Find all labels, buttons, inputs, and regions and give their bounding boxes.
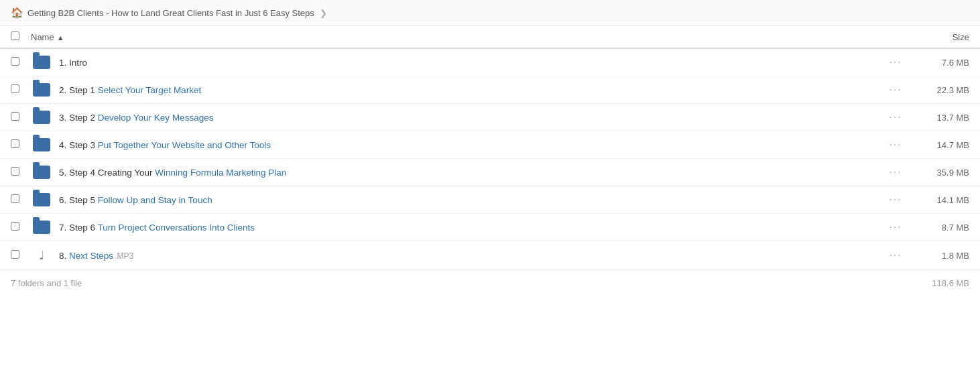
breadcrumb-bar: 🏠 Getting B2B Clients - How to Land Grea… xyxy=(0,0,980,26)
row-size: 1.8 MB xyxy=(916,251,969,261)
list-item[interactable]: 7. Step 6 Turn Project Conversations Int… xyxy=(0,214,980,241)
row-name: 1. Intro xyxy=(52,58,875,68)
row-name: 5. Step 4 Creating Your Winning Formula … xyxy=(52,168,875,178)
row-checkbox[interactable] xyxy=(11,139,31,150)
row-name: 8. Next Steps.MP3 xyxy=(52,251,875,261)
row-actions-menu[interactable]: ··· xyxy=(875,139,916,151)
list-item[interactable]: 6. Step 5 Follow Up and Stay in Touch ··… xyxy=(0,186,980,214)
row-size: 14.1 MB xyxy=(916,195,969,205)
row-actions-menu[interactable]: ··· xyxy=(875,194,916,206)
row-size: 7.6 MB xyxy=(916,58,969,68)
folder-link[interactable]: Turn Project Conversations Into Clients xyxy=(98,223,255,233)
file-link[interactable]: Next Steps xyxy=(69,251,113,261)
list-footer: 7 folders and 1 file 118.6 MB xyxy=(0,270,980,296)
folder-icon xyxy=(31,111,52,124)
total-size: 118.6 MB xyxy=(932,278,969,288)
list-item[interactable]: ♩ 8. Next Steps.MP3 ··· 1.8 MB xyxy=(0,241,980,270)
row-checkbox[interactable] xyxy=(11,167,31,178)
row-actions-menu[interactable]: ··· xyxy=(875,111,916,123)
music-file-icon: ♩ xyxy=(31,248,52,263)
list-item[interactable]: 4. Step 3 Put Together Your Website and … xyxy=(0,131,980,159)
folder-icon xyxy=(31,193,52,206)
row-name: 4. Step 3 Put Together Your Website and … xyxy=(52,140,875,150)
header-checkbox[interactable] xyxy=(11,32,31,42)
row-checkbox[interactable] xyxy=(11,57,31,68)
folder-link[interactable]: Put Together Your Website and Other Tool… xyxy=(98,140,271,150)
file-extension: .MP3 xyxy=(115,251,133,261)
row-size: 14.7 MB xyxy=(916,140,969,150)
size-column-header: Size xyxy=(902,32,969,42)
row-checkbox[interactable] xyxy=(11,194,31,205)
folder-icon xyxy=(31,166,52,179)
row-checkbox[interactable] xyxy=(11,222,31,233)
row-name: 2. Step 1 Select Your Target Market xyxy=(52,85,875,95)
list-item[interactable]: 2. Step 1 Select Your Target Market ··· … xyxy=(0,76,980,104)
row-actions-menu[interactable]: ··· xyxy=(875,249,916,261)
folder-link[interactable]: Follow Up and Stay in Touch xyxy=(98,195,212,205)
list-item[interactable]: 5. Step 4 Creating Your Winning Formula … xyxy=(0,159,980,186)
row-size: 35.9 MB xyxy=(916,168,969,178)
row-actions-menu[interactable]: ··· xyxy=(875,84,916,96)
sort-arrow-icon: ▲ xyxy=(57,34,64,42)
folder-icon xyxy=(31,221,52,234)
row-actions-menu[interactable]: ··· xyxy=(875,221,916,233)
row-actions-menu[interactable]: ··· xyxy=(875,166,916,178)
folder-link[interactable]: Select Your Target Market xyxy=(98,85,201,95)
folder-file-summary: 7 folders and 1 file xyxy=(11,278,82,288)
row-name: 3. Step 2 Develop Your Key Messages xyxy=(52,113,875,123)
row-checkbox[interactable] xyxy=(11,112,31,123)
folder-icon xyxy=(31,83,52,97)
select-all-checkbox[interactable] xyxy=(11,32,19,40)
breadcrumb-title[interactable]: Getting B2B Clients - How to Land Great … xyxy=(27,8,314,18)
list-item[interactable]: 3. Step 2 Develop Your Key Messages ··· … xyxy=(0,104,980,131)
row-checkbox[interactable] xyxy=(11,250,31,261)
file-list: Name▲ Size 1. Intro ··· 7.6 MB 2. Step 1… xyxy=(0,26,980,296)
folder-link[interactable]: Winning Formula Marketing Plan xyxy=(155,168,286,178)
folder-icon xyxy=(31,138,52,151)
home-icon[interactable]: 🏠 xyxy=(11,7,23,19)
row-size: 22.3 MB xyxy=(916,85,969,95)
row-name: 6. Step 5 Follow Up and Stay in Touch xyxy=(52,195,875,205)
row-actions-menu[interactable]: ··· xyxy=(875,56,916,68)
name-column-header[interactable]: Name▲ xyxy=(31,32,902,42)
folder-icon xyxy=(31,56,52,69)
row-name: 7. Step 6 Turn Project Conversations Int… xyxy=(52,223,875,233)
list-item[interactable]: 1. Intro ··· 7.6 MB xyxy=(0,49,980,76)
chevron-icon: ❯ xyxy=(320,8,327,18)
row-checkbox[interactable] xyxy=(11,84,31,95)
row-size: 13.7 MB xyxy=(916,113,969,123)
list-header: Name▲ Size xyxy=(0,26,980,49)
row-size: 8.7 MB xyxy=(916,223,969,233)
folder-link[interactable]: Develop Your Key Messages xyxy=(98,113,214,123)
